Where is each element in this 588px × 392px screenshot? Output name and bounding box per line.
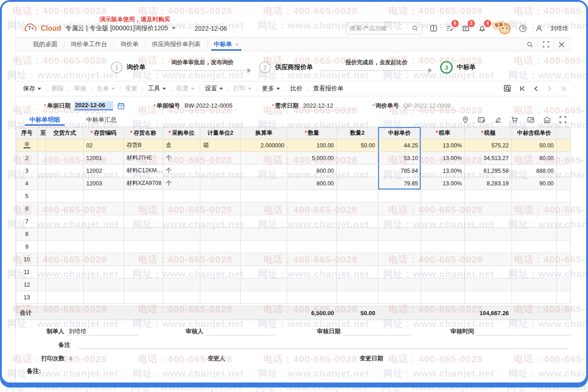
grid-cell-taxprice[interactable] <box>512 266 556 279</box>
fullscreen-icon[interactable] <box>538 41 554 48</box>
task-checklist-icon[interactable]: 6 <box>445 24 455 33</box>
close-tab-icon[interactable]: × <box>235 41 239 48</box>
grid-cell-code[interactable]: 12003 <box>83 177 123 190</box>
grid-cell-unit[interactable] <box>163 203 200 215</box>
workbench-icon[interactable] <box>428 24 438 33</box>
grid-cell-extra[interactable] <box>556 215 570 228</box>
grid-cell-unit[interactable] <box>163 241 200 253</box>
grid-cell-code[interactable]: 12001 <box>83 152 123 165</box>
subtab-bid-detail[interactable]: 中标单明细 <box>27 113 63 127</box>
grid-cell-seq[interactable]: 3 <box>16 165 38 177</box>
grid-cell-delivery[interactable] <box>46 139 84 152</box>
grid-empty-row[interactable]: 9 <box>16 241 571 253</box>
grid-cell-to[interactable] <box>38 177 46 190</box>
grid-col-seq[interactable]: 序号 <box>16 127 38 139</box>
grid-cell-tax[interactable] <box>465 253 512 266</box>
grid-cell-price[interactable] <box>378 190 421 203</box>
grid-cell-unit[interactable] <box>163 228 200 241</box>
expand-icon[interactable] <box>560 116 566 123</box>
grid-cell-qty[interactable] <box>287 203 337 215</box>
toolbar-item[interactable]: 工具 <box>148 85 166 93</box>
grid-cell-taxprice[interactable] <box>512 253 556 266</box>
grid-cell-rate[interactable] <box>241 165 287 177</box>
grid-cell-taxrate[interactable]: 13.00% <box>421 165 465 177</box>
grid-empty-row[interactable]: 12 <box>16 279 571 291</box>
grid-cell-unit2[interactable]: 箱 <box>200 139 241 152</box>
grid-cell-extra[interactable] <box>556 152 570 165</box>
next-record-icon[interactable] <box>546 85 553 92</box>
close-icon[interactable] <box>554 41 569 48</box>
grid-cell-rate[interactable]: 2.000000 <box>241 139 287 152</box>
grid-cell-tax[interactable]: 34,513.27 <box>465 152 512 165</box>
grid-cell-rate[interactable] <box>241 190 287 203</box>
grid-col-to[interactable]: 至 <box>38 127 46 139</box>
note-value[interactable] <box>78 341 568 349</box>
grid-cell-taxrate[interactable] <box>421 266 465 279</box>
grid-row[interactable]: 212001材料JTHE个5,000.0053.1013.00%34,513.2… <box>16 152 571 165</box>
grid-cell-tax[interactable]: 8,283.19 <box>465 177 512 190</box>
grid-cell-tax[interactable] <box>465 279 512 291</box>
doc-number-input[interactable]: BW-2022-12-0005 <box>184 102 237 110</box>
grid-cell-extra[interactable] <box>556 241 570 253</box>
grid-cell-delivery[interactable] <box>46 215 84 228</box>
grid-cell-unit[interactable] <box>163 253 200 266</box>
grid-cell-unit2[interactable] <box>200 203 241 215</box>
user-icon[interactable] <box>534 24 544 33</box>
tab-inquiry-workbench[interactable]: 询价单工作台 <box>64 38 114 51</box>
grid-cell-tax[interactable] <box>465 291 512 304</box>
grid-cell-tax[interactable] <box>465 241 512 253</box>
grid-cell-seq[interactable]: 11 <box>16 266 38 279</box>
grid-cell-rate[interactable] <box>241 203 287 215</box>
user-name[interactable]: 刘培培 <box>550 24 568 33</box>
grid-cell-rate[interactable] <box>241 152 287 165</box>
grid-cell-qty[interactable] <box>287 266 337 279</box>
grid-row[interactable]: 312002材料C12KM…个600.00785.8413.00%61,295.… <box>16 165 571 177</box>
grid-cell-extra[interactable] <box>556 279 570 291</box>
grid-row[interactable]: 412003材料XZA9708个800.0079.6513.00%8,283.1… <box>16 177 571 190</box>
last-record-icon[interactable] <box>560 85 566 92</box>
grid-cell-delivery[interactable] <box>46 266 84 279</box>
grid-cell-to[interactable] <box>38 253 46 266</box>
grid-col-extra[interactable] <box>556 127 570 139</box>
grid-cell-tax[interactable]: 575.22 <box>465 139 512 152</box>
grid-cell-qty[interactable]: 100.00 <box>287 139 337 152</box>
grid-cell-unit[interactable]: 个 <box>163 165 200 177</box>
tab-supplier-quote-list[interactable]: 供应商报价单列表 <box>146 38 207 51</box>
grid-cell-price[interactable] <box>378 228 421 241</box>
grid-cell-taxprice[interactable] <box>512 215 556 228</box>
grid-cell-qty2[interactable] <box>337 215 378 228</box>
grid-cell-extra[interactable] <box>556 266 570 279</box>
toolbar-item[interactable]: 查看报价单 <box>313 85 344 93</box>
grid-cell-unit[interactable]: 盒 <box>163 139 200 152</box>
grid-cell-seq[interactable]: 6 <box>16 203 38 215</box>
grid-col-rate[interactable]: 换算率 <box>241 127 287 139</box>
grid-cell-unit2[interactable] <box>200 165 241 177</box>
grid-cell-code[interactable] <box>83 266 123 279</box>
grid-cell-qty2[interactable] <box>337 228 378 241</box>
grid-cell-rate[interactable] <box>241 291 287 304</box>
grid-cell-taxrate[interactable] <box>421 279 465 291</box>
cart-icon[interactable] <box>511 116 518 123</box>
grid-cell-qty2[interactable] <box>337 241 378 253</box>
grid-cell-unit2[interactable] <box>200 291 241 304</box>
grid-cell-name[interactable] <box>123 215 163 228</box>
grid-cell-code[interactable] <box>83 253 123 266</box>
grid-cell-name[interactable] <box>123 291 163 304</box>
grid-cell-to[interactable] <box>38 215 46 228</box>
grid-cell-unit2[interactable] <box>200 279 241 291</box>
grid-cell-taxprice[interactable] <box>512 228 556 241</box>
grid-cell-qty2[interactable] <box>337 253 378 266</box>
grid-cell-code[interactable] <box>83 241 123 253</box>
grid-cell-qty2[interactable]: 50.00 <box>337 139 378 152</box>
grid-cell-to[interactable] <box>38 203 46 215</box>
grid-cell-extra[interactable] <box>556 203 570 215</box>
search-icon[interactable] <box>412 25 418 32</box>
tab-my-desktop[interactable]: 我的桌面 <box>27 38 64 51</box>
grid-empty-row[interactable]: 5 <box>16 190 571 203</box>
grid-cell-code[interactable]: 02 <box>83 139 123 152</box>
grid-cell-name[interactable] <box>123 279 163 291</box>
grid-cell-price[interactable] <box>378 266 421 279</box>
grid-cell-qty[interactable] <box>287 215 337 228</box>
grid-cell-price[interactable] <box>378 241 421 253</box>
product-search-box[interactable] <box>346 22 422 34</box>
